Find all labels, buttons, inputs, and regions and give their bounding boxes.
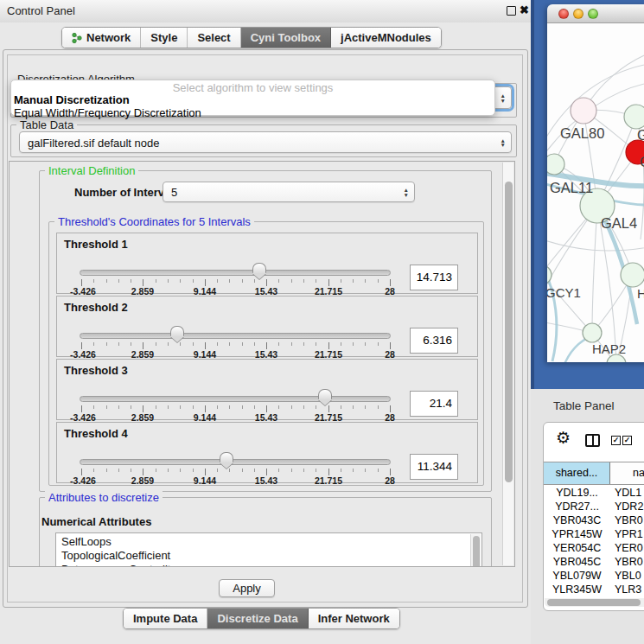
tab-select[interactable]: Select — [188, 28, 240, 48]
select-none-checkbox-icon[interactable]: ✓ — [622, 436, 632, 445]
cell-shared-name[interactable]: YDL19... — [544, 487, 610, 499]
cell-shared-name[interactable]: YBR045C — [544, 556, 610, 568]
tab-network[interactable]: Network — [62, 28, 141, 48]
close-traffic-light[interactable] — [558, 9, 569, 19]
table-row[interactable]: YLR345W YLR3 — [544, 583, 644, 596]
table-row[interactable]: YDR27... YDR2 — [544, 500, 644, 513]
dropdown-item-manual[interactable]: Manual Discretization — [11, 94, 494, 106]
window-titlebar[interactable] — [547, 4, 644, 23]
tab-discretize-data[interactable]: Discretize Data — [207, 609, 308, 628]
table-row[interactable]: YDL19... YDL1 — [544, 486, 644, 500]
threshold-value-field[interactable]: 14.713 — [410, 265, 458, 290]
tab-infer-network[interactable]: Infer Network — [309, 609, 399, 628]
cell-name[interactable]: YDL1 — [610, 487, 644, 499]
columns-icon[interactable] — [585, 434, 600, 447]
network-view-window: GAL80 GA C GAL11 GAL4 GCY1 H HAP2 — [547, 4, 644, 362]
table-row[interactable]: YIL052C YIL0 — [544, 596, 644, 597]
table-row[interactable]: YPR145W YPR1 — [544, 527, 644, 541]
combo-arrows-icon: ▲▼ — [501, 137, 506, 147]
threshold-slider[interactable]: -3.4262.8599.14415.4321.71528 — [80, 394, 392, 420]
threshold-value-field[interactable]: 6.316 — [410, 328, 458, 354]
node-gcy1[interactable] — [547, 265, 552, 284]
cell-name[interactable]: YDR2 — [610, 501, 644, 513]
cell-shared-name[interactable]: YLR345W — [544, 583, 610, 596]
tab-style[interactable]: Style — [141, 28, 188, 48]
close-icon[interactable]: ✖ — [520, 3, 529, 16]
svg-text:HAP2: HAP2 — [592, 341, 626, 356]
cell-name[interactable]: YBR0 — [610, 514, 644, 526]
list-item[interactable]: SelfLoops — [56, 535, 469, 549]
top-tab-bar: Network Style Select Cyni Toolbox jActiv… — [61, 27, 442, 48]
tab-impute-data[interactable]: Impute Data — [124, 609, 207, 628]
table-row[interactable]: YBR043C YBR0 — [544, 513, 644, 527]
slider-major-ticks — [81, 342, 391, 349]
cell-name[interactable]: YER0 — [610, 542, 644, 554]
cell-shared-name[interactable]: YBR043C — [544, 514, 610, 526]
attributes-list[interactable]: SelfLoopsTopologicalCoefficientBetweenne… — [55, 532, 482, 567]
table-row[interactable]: YBR045C YBR0 — [544, 555, 644, 569]
network-graph: GAL80 GA C GAL11 GAL4 GCY1 H HAP2 — [547, 23, 644, 362]
slider-track[interactable] — [80, 333, 391, 339]
table-data-combo-value: galFiltered.sif default node — [28, 136, 159, 149]
cell-shared-name[interactable]: YER054C — [544, 542, 610, 554]
threshold-label: Threshold 2 — [64, 301, 128, 314]
select-all-checkbox-icon[interactable]: ✓ — [611, 436, 621, 445]
float-window-icon[interactable] — [507, 6, 516, 16]
node-ga[interactable] — [624, 105, 644, 129]
network-canvas[interactable]: GAL80 GA C GAL11 GAL4 GCY1 H HAP2 — [547, 23, 644, 362]
table-row[interactable]: YER054C YER0 — [544, 541, 644, 555]
threshold-panel-2: Threshold 2 -3.4262.8599.14415.4321.7152… — [56, 296, 478, 357]
list-scrollbar[interactable] — [470, 534, 481, 567]
table-row[interactable]: YBL079W YBL0 — [544, 569, 644, 583]
node-h[interactable] — [621, 263, 644, 287]
tab-cyni-toolbox[interactable]: Cyni Toolbox — [241, 28, 331, 48]
cell-shared-name[interactable]: YDR27... — [544, 501, 610, 513]
zoom-traffic-light[interactable] — [588, 9, 598, 19]
dropdown-prompt-item[interactable]: Select algorithm to view settings — [11, 82, 494, 93]
threshold-label: Threshold 4 — [64, 427, 128, 440]
cell-name[interactable]: YBL0 — [610, 570, 644, 582]
panel-scrollbar[interactable] — [502, 163, 513, 565]
dropdown-item-equal-width[interactable]: Equal Width/Frequency Discretization — [11, 107, 494, 119]
tab-jactivemnodules[interactable]: jActiveMNodules — [331, 28, 441, 48]
node-gal11[interactable] — [547, 154, 564, 175]
threshold-value-field[interactable]: 21.4 — [410, 391, 458, 417]
gear-icon[interactable]: ⚙ — [556, 428, 571, 448]
threshold-slider-thumb[interactable] — [220, 452, 233, 462]
control-panel-titlebar: Control Panel ✖ — [0, 0, 531, 22]
cell-shared-name[interactable]: YBL079W — [544, 570, 610, 582]
threshold-slider-thumb[interactable] — [252, 263, 266, 273]
slider-track[interactable] — [80, 459, 391, 465]
threshold-slider[interactable]: -3.4262.8599.14415.4321.71528 — [80, 268, 392, 294]
node-hap2[interactable] — [583, 323, 602, 342]
cell-name[interactable]: YBR0 — [610, 556, 644, 568]
cell-name[interactable]: YLR3 — [610, 583, 644, 596]
settings-scroll-panel: Interval Definition Number of Intervals … — [9, 161, 515, 567]
table-header-row: shared... na — [544, 462, 644, 485]
threshold-slider-thumb[interactable] — [170, 326, 184, 336]
svg-text:GAL4: GAL4 — [601, 215, 637, 231]
list-item[interactable]: BetweennessCentrality — [56, 563, 469, 567]
apply-button[interactable]: Apply — [219, 579, 275, 597]
column-header-shared[interactable]: shared... — [544, 462, 610, 484]
numerical-attributes-label: Numerical Attributes — [41, 515, 151, 528]
table-data-combo[interactable]: galFiltered.sif default node ▲▼ — [19, 131, 512, 153]
panel-scrollbar-thumb[interactable] — [505, 182, 513, 482]
number-of-intervals-value: 5 — [171, 186, 177, 199]
table-hscrollbar-thumb[interactable] — [547, 599, 641, 606]
slider-track[interactable] — [80, 270, 391, 276]
minimize-traffic-light[interactable] — [573, 9, 583, 19]
threshold-slider[interactable]: -3.4262.8599.14415.4321.71528 — [80, 457, 392, 483]
threshold-slider[interactable]: -3.4262.8599.14415.4321.71528 — [80, 331, 392, 357]
list-item[interactable]: TopologicalCoefficient — [56, 549, 469, 563]
column-header-name[interactable]: na — [610, 462, 644, 484]
node-gal80[interactable] — [571, 98, 596, 124]
cell-shared-name[interactable]: YPR145W — [544, 528, 610, 540]
table-hscrollbar[interactable] — [545, 598, 644, 607]
number-of-intervals-combo[interactable]: 5 ▲▼ — [163, 182, 415, 202]
bottom-tab-bar: Impute Data Discretize Data Infer Networ… — [123, 608, 400, 629]
cell-name[interactable]: YPR1 — [610, 528, 644, 540]
threshold-value-field[interactable]: 11.344 — [410, 454, 458, 480]
threshold-slider-thumb[interactable] — [318, 389, 332, 399]
slider-track[interactable] — [80, 396, 391, 402]
